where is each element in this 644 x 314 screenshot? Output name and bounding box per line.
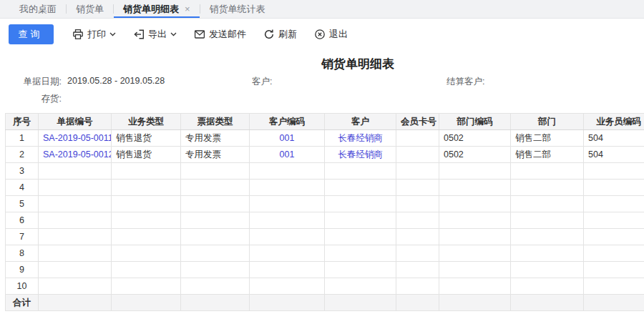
- report-table: 序号 单据编号 业务类型 票据类型 客户编码 客户 会员卡号 部门编码 部门 业…: [5, 113, 644, 311]
- cell-seq: 9: [6, 262, 39, 278]
- cell-customer-code-link[interactable]: 001: [250, 130, 325, 147]
- cell-dept: [511, 245, 584, 262]
- cell-biz-type: [112, 196, 181, 212]
- cell-dept: [511, 278, 584, 295]
- cell-customer-link: [325, 163, 396, 180]
- cell-salesman-code: 504: [584, 147, 644, 163]
- cell-seq: 3: [6, 163, 39, 180]
- cell-member-card: [396, 229, 439, 245]
- cell-biz-type: [112, 163, 181, 180]
- cell-seq: 10: [6, 278, 39, 295]
- export-button[interactable]: 导出: [129, 25, 181, 44]
- cell-customer-code-link[interactable]: 001: [250, 147, 325, 163]
- close-circle-icon: [314, 29, 326, 40]
- cell-invoice-type: 专用发票: [181, 130, 250, 147]
- tab-sales-stats-report[interactable]: 销货单统计表: [200, 0, 275, 18]
- cell-invoice-type: 专用发票: [181, 147, 250, 163]
- cell-invoice-type: [181, 196, 250, 212]
- table-row: 4: [6, 180, 644, 196]
- table-row: 5: [6, 196, 644, 212]
- cell-dept: [511, 180, 584, 196]
- tab-label: 销货单明细表: [123, 3, 179, 16]
- cell-dept-code: [439, 245, 511, 262]
- cell-customer-link: [325, 196, 396, 212]
- close-icon[interactable]: ×: [185, 4, 190, 14]
- cell-customer-code-link: [250, 262, 325, 278]
- cell-dept: [511, 196, 584, 212]
- cell-invoice-type: [181, 262, 250, 278]
- tab-my-desktop[interactable]: 我的桌面: [10, 0, 66, 18]
- cell-salesman-code: [584, 196, 644, 212]
- cell-doc-no-link: [39, 262, 112, 278]
- exit-button[interactable]: 退出: [310, 25, 352, 44]
- tab-label: 销货单: [76, 3, 104, 16]
- cell-dept-code: [439, 196, 511, 212]
- cell-seq: 1: [6, 130, 39, 147]
- tab-label: 销货单统计表: [210, 3, 265, 16]
- column-header-dept-code: 部门编码: [439, 114, 511, 130]
- filter-date-value: 2019.05.28 - 2019.05.28: [67, 76, 165, 86]
- total-cell: [584, 295, 644, 311]
- cell-customer-link[interactable]: 长春经销商: [325, 147, 396, 163]
- cell-doc-no-link: [39, 245, 112, 262]
- export-icon: [133, 29, 145, 40]
- cell-invoice-type: [181, 212, 250, 229]
- cell-biz-type: [112, 245, 181, 262]
- filter-customer-label: 客户:: [252, 76, 272, 88]
- cell-customer-link[interactable]: 长春经销商: [325, 130, 396, 147]
- total-cell: [181, 295, 250, 311]
- refresh-label: 刷新: [278, 28, 297, 41]
- cell-salesman-code: [584, 212, 644, 229]
- tab-sales-order[interactable]: 销货单: [67, 0, 113, 18]
- refresh-button[interactable]: 刷新: [259, 25, 301, 44]
- cell-salesman-code: 504: [584, 130, 644, 147]
- chevron-down-icon: [170, 32, 177, 36]
- cell-doc-no-link[interactable]: SA-2019-05-0011: [39, 130, 112, 147]
- mail-icon: [194, 29, 205, 40]
- cell-seq: 8: [6, 245, 39, 262]
- cell-dept-code: [439, 262, 511, 278]
- cell-salesman-code: [584, 229, 644, 245]
- cell-dept-code: [439, 212, 511, 229]
- cell-dept: [511, 262, 584, 278]
- page-title: 销货单明细表: [0, 56, 644, 72]
- print-button[interactable]: 打印: [68, 25, 120, 44]
- toolbar: 查询 打印 导出: [0, 19, 644, 50]
- active-tab-underline: [114, 16, 200, 18]
- cell-salesman-code: [584, 163, 644, 180]
- query-button[interactable]: 查询: [9, 24, 54, 44]
- cell-salesman-code: [584, 262, 644, 278]
- cell-member-card: [396, 180, 439, 196]
- cell-customer-link: [325, 262, 396, 278]
- table-row: 9: [6, 262, 644, 278]
- cell-biz-type: [112, 212, 181, 229]
- cell-customer-code-link: [250, 229, 325, 245]
- total-label: 合计: [6, 295, 39, 311]
- table-row: 2 SA-2019-05-0012 销售退货 专用发票 001 长春经销商 05…: [6, 147, 644, 163]
- cell-customer-link: [325, 212, 396, 229]
- cell-salesman-code: [584, 245, 644, 262]
- cell-member-card: [396, 130, 439, 147]
- cell-dept: [511, 163, 584, 180]
- cell-dept-code: 0502: [439, 147, 511, 163]
- send-mail-button[interactable]: 发送邮件: [190, 25, 250, 44]
- cell-invoice-type: [181, 180, 250, 196]
- cell-doc-no-link: [39, 180, 112, 196]
- cell-seq: 6: [6, 212, 39, 229]
- cell-member-card: [396, 278, 439, 295]
- cell-dept-code: [439, 180, 511, 196]
- cell-doc-no-link[interactable]: SA-2019-05-0012: [39, 147, 112, 163]
- cell-doc-no-link: [39, 212, 112, 229]
- column-header-customer-code: 客户编码: [250, 114, 325, 130]
- chevron-down-icon: [109, 32, 116, 36]
- total-cell: [325, 295, 396, 311]
- total-cell: [396, 295, 439, 311]
- cell-customer-code-link: [250, 196, 325, 212]
- table-row: 6: [6, 212, 644, 229]
- cell-doc-no-link: [39, 278, 112, 295]
- cell-salesman-code: [584, 278, 644, 295]
- cell-member-card: [396, 147, 439, 163]
- tab-sales-detail-report[interactable]: 销货单明细表 ×: [114, 0, 200, 18]
- cell-seq: 7: [6, 229, 39, 245]
- total-cell: [112, 295, 181, 311]
